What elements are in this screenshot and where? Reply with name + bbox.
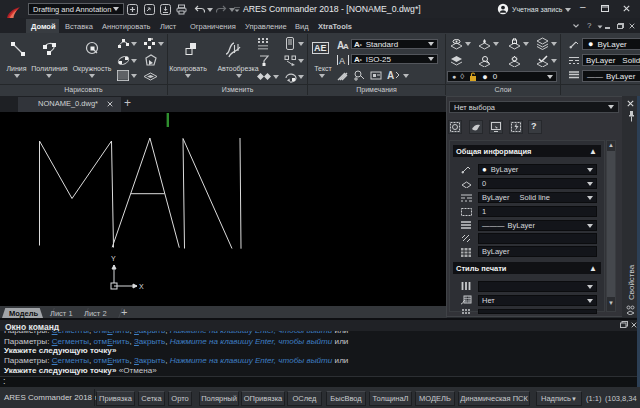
svg-text:X: X	[139, 283, 144, 290]
svg-text:A: A	[343, 42, 349, 50]
svg-text:AE: AE	[314, 43, 327, 53]
svg-text:A: A	[339, 56, 345, 65]
svg-text:A: A	[387, 70, 394, 81]
svg-text:Y: Y	[111, 255, 116, 262]
